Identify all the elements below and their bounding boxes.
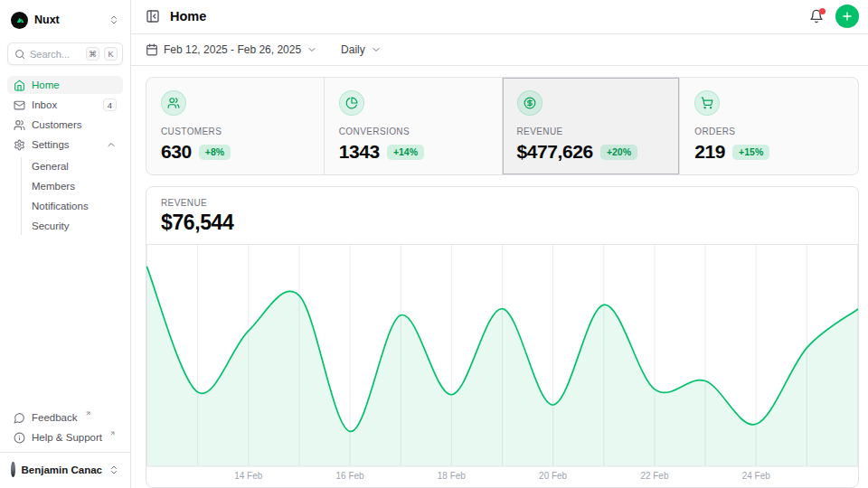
home-icon: [14, 80, 25, 91]
calendar-icon: [146, 43, 158, 56]
stat-delta-badge: +20%: [600, 145, 637, 160]
search-placeholder: Search...: [30, 49, 81, 60]
revenue-area-chart[interactable]: 14 Feb16 Feb18 Feb20 Feb22 Feb24 Feb: [146, 245, 858, 487]
chart-metric-value: $76,544: [161, 211, 844, 235]
app-window: Nuxt Search... ⌘ K Home: [0, 0, 868, 488]
sidebar-item-members[interactable]: Members: [32, 177, 123, 195]
stat-value: 219: [694, 141, 725, 163]
cart-icon: [694, 90, 720, 116]
kbd-meta: ⌘: [86, 47, 99, 61]
sidebar-footer: Feedback Help & Support Benjamin Canac: [7, 408, 123, 488]
sidebar-item-label: Home: [32, 80, 60, 90]
stat-card-revenue[interactable]: REVENUE $477,626 +20%: [503, 78, 681, 174]
circle-dollar-icon: [517, 90, 542, 116]
sidebar-item-notifications[interactable]: Notifications: [32, 197, 123, 215]
stat-label: ORDERS: [694, 127, 844, 136]
revenue-chart-card: REVENUE $76,544 14 Feb16 Feb18 Feb20 Feb…: [146, 186, 859, 488]
chevrons-up-down-icon: [108, 14, 119, 25]
chart-canvas: 14 Feb16 Feb18 Feb20 Feb22 Feb24 Feb: [146, 245, 858, 487]
users-icon: [161, 90, 186, 116]
sidebar-item-security[interactable]: Security: [32, 217, 123, 235]
svg-text:24 Feb: 24 Feb: [742, 471, 771, 481]
filters-toolbar: Feb 12, 2025 - Feb 26, 2025 Daily: [131, 34, 868, 66]
main-panel: Home Feb 12, 2025 - Feb 26, 2025: [131, 0, 868, 488]
sidebar-nav: Home Inbox 4 Customers Settings: [7, 76, 123, 235]
search-input[interactable]: Search... ⌘ K: [7, 42, 123, 65]
notification-dot: [819, 8, 826, 14]
stat-label: CONVERSIONS: [339, 127, 487, 136]
stat-value: 630: [161, 141, 192, 163]
stat-value: 1343: [339, 141, 380, 163]
svg-text:18 Feb: 18 Feb: [438, 471, 467, 481]
chevron-down-icon: [307, 44, 317, 55]
stat-delta-badge: +14%: [387, 145, 424, 160]
pie-chart-icon: [339, 90, 364, 116]
plus-icon: [841, 10, 854, 23]
stat-delta-badge: +15%: [732, 145, 769, 160]
help-support-link[interactable]: Help & Support: [7, 428, 123, 446]
user-menu[interactable]: Benjamin Canac: [7, 455, 123, 484]
search-icon: [14, 49, 25, 60]
stat-value: $477,626: [517, 141, 593, 163]
sidebar-divider: [0, 452, 130, 453]
chevron-down-icon: [371, 44, 382, 55]
panel-left-close-icon: [146, 9, 160, 23]
chevron-up-icon: [106, 139, 117, 150]
svg-text:14 Feb: 14 Feb: [234, 471, 263, 481]
users-icon: [14, 119, 25, 131]
sidebar-item-label: Customers: [32, 119, 82, 130]
inbox-count-badge: 4: [103, 99, 117, 111]
dashboard-content: CUSTOMERS 630 +8% CONVERSIONS 1343 +14%: [131, 66, 868, 488]
chart-header: REVENUE $76,544: [146, 187, 858, 245]
stats-row: CUSTOMERS 630 +8% CONVERSIONS 1343 +14%: [146, 77, 859, 175]
add-button[interactable]: [835, 5, 859, 28]
period-label: Daily: [341, 43, 365, 56]
date-range-label: Feb 12, 2025 - Feb 26, 2025: [164, 43, 301, 56]
sidebar-collapse-button[interactable]: [144, 7, 162, 25]
avatar: [11, 462, 15, 477]
sidebar-item-label: Inbox: [32, 99, 57, 110]
stat-label: REVENUE: [517, 127, 665, 136]
feedback-label: Feedback: [32, 412, 78, 423]
nuxt-logo-icon: [11, 12, 28, 29]
page-title: Home: [170, 9, 206, 23]
stat-delta-badge: +8%: [199, 145, 231, 160]
sidebar-item-settings[interactable]: Settings: [7, 136, 123, 154]
settings-subnav: General Members Notifications Security: [21, 157, 123, 235]
info-circle-icon: [14, 432, 25, 444]
svg-text:16 Feb: 16 Feb: [336, 471, 365, 481]
inbox-icon: [14, 99, 25, 111]
sidebar-item-inbox[interactable]: Inbox 4: [7, 96, 123, 114]
workspace-name: Nuxt: [34, 14, 60, 26]
svg-text:22 Feb: 22 Feb: [640, 471, 669, 481]
chevrons-up-down-icon: [108, 465, 119, 475]
help-support-label: Help & Support: [32, 432, 102, 443]
kbd-k: K: [104, 47, 118, 61]
workspace-switcher[interactable]: Nuxt: [7, 9, 123, 31]
chart-metric-label: REVENUE: [161, 198, 844, 208]
sidebar: Nuxt Search... ⌘ K Home: [0, 0, 131, 488]
chat-bubble-icon: [14, 412, 25, 424]
external-link-icon: [109, 430, 116, 436]
user-name: Benjamin Canac: [22, 465, 102, 475]
stat-label: CUSTOMERS: [161, 127, 309, 136]
sidebar-item-home[interactable]: Home: [7, 76, 123, 94]
external-link-icon: [85, 410, 91, 417]
period-select[interactable]: Daily: [341, 43, 382, 56]
stat-card-conversions[interactable]: CONVERSIONS 1343 +14%: [325, 78, 503, 174]
sidebar-item-customers[interactable]: Customers: [7, 116, 123, 134]
stat-card-customers[interactable]: CUSTOMERS 630 +8%: [146, 78, 325, 174]
svg-text:20 Feb: 20 Feb: [539, 471, 568, 481]
date-range-picker[interactable]: Feb 12, 2025 - Feb 26, 2025: [146, 43, 317, 56]
gear-icon: [14, 139, 25, 151]
top-header: Home: [131, 0, 868, 34]
stat-card-orders[interactable]: ORDERS 219 +15%: [680, 78, 858, 174]
feedback-link[interactable]: Feedback: [7, 408, 123, 427]
notifications-button[interactable]: [806, 5, 827, 27]
sidebar-item-general[interactable]: General: [32, 157, 123, 175]
sidebar-item-label: Settings: [32, 139, 70, 150]
